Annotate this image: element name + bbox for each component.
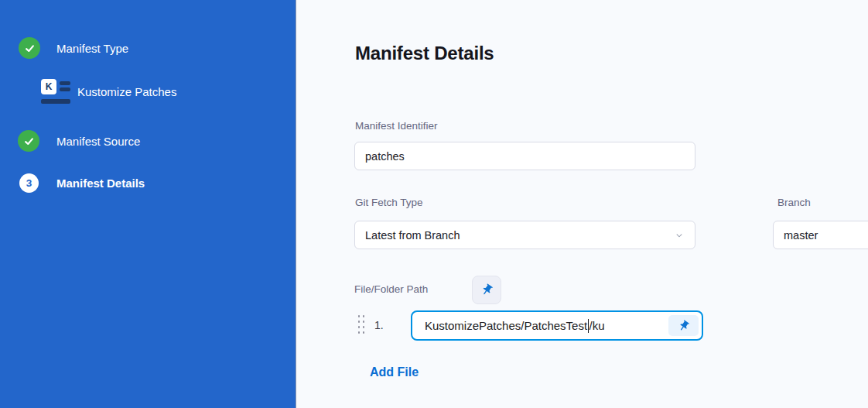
check-icon	[18, 130, 39, 152]
step-label-kustomize-patches: Kustomize Patches	[77, 85, 176, 98]
file-path-text-after-caret: /ku	[589, 319, 605, 332]
manifest-identifier-input[interactable]	[354, 142, 695, 170]
git-fetch-type-value: Latest from Branch	[365, 229, 460, 242]
add-file-button[interactable]: Add File	[370, 365, 419, 379]
branch-label: Branch	[777, 197, 811, 208]
drag-handle-icon[interactable]	[357, 314, 366, 335]
file-path-text-before-caret: KustomizePatches/PatchesTest	[425, 319, 587, 332]
check-icon	[19, 37, 40, 59]
kustomize-letter: K	[41, 79, 56, 94]
step-label-manifest-type: Manifest Type	[56, 42, 128, 55]
manifest-identifier-label: Manifest Identifier	[355, 120, 438, 132]
sidebar-step-manifest-details[interactable]: 3 Manifest Details	[19, 173, 145, 193]
sidebar-substep-kustomize-patches[interactable]: K Kustomize Patches	[41, 77, 176, 106]
step-number-badge: 3	[19, 173, 39, 193]
sidebar-step-manifest-type[interactable]: Manifest Type	[19, 37, 128, 59]
page-title: Manifest Details	[355, 43, 494, 64]
wizard-steps-sidebar: Manifest Type K Kustomize Patches Manife…	[0, 0, 296, 408]
manifest-wizard-dialog: Manifest Type K Kustomize Patches Manife…	[0, 0, 868, 408]
file-path-pin-button[interactable]	[668, 315, 699, 336]
git-fetch-type-select[interactable]: Latest from Branch	[354, 221, 695, 249]
file-folder-path-label: File/Folder Path	[354, 283, 428, 295]
step-label-manifest-details: Manifest Details	[56, 177, 145, 190]
git-fetch-type-label: Git Fetch Type	[355, 197, 423, 208]
pin-icon	[477, 281, 496, 300]
file-path-input[interactable]: KustomizePatches/PatchesTest/ku	[411, 310, 703, 341]
file-path-row-index: 1.	[374, 319, 384, 331]
chevron-down-icon	[674, 230, 685, 241]
kustomize-icon: K	[41, 77, 70, 106]
pin-icon	[675, 317, 692, 334]
sidebar-step-manifest-source[interactable]: Manifest Source	[18, 130, 140, 152]
step-label-manifest-source: Manifest Source	[56, 135, 140, 148]
runtime-input-pin-button[interactable]	[472, 276, 501, 304]
branch-input[interactable]	[773, 221, 868, 249]
